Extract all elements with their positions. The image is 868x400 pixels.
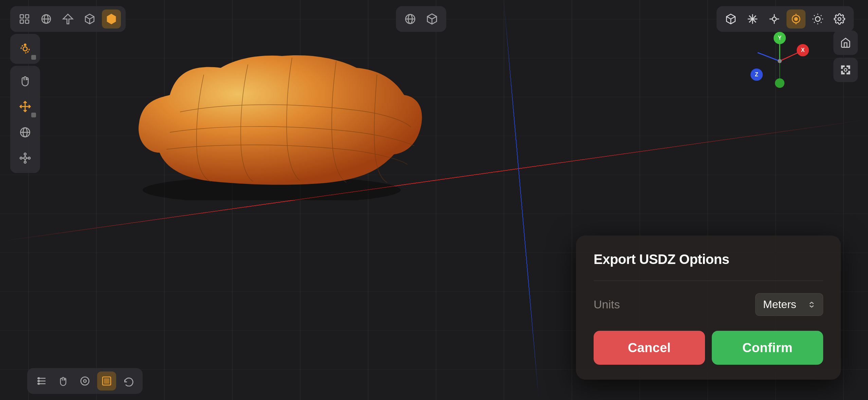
dialog-title: Export USDZ Options (594, 252, 823, 267)
dialog-divider (594, 281, 823, 281)
units-value: Meters (763, 298, 796, 311)
modal-overlay: Export USDZ Options Units Meters Cancel … (0, 0, 868, 400)
export-dialog: Export USDZ Options Units Meters Cancel … (576, 235, 841, 380)
cancel-button[interactable]: Cancel (594, 331, 705, 365)
units-label: Units (594, 298, 620, 311)
dialog-buttons: Cancel Confirm (594, 331, 823, 365)
units-select[interactable]: Meters (755, 293, 823, 316)
units-row: Units Meters (594, 293, 823, 316)
confirm-button[interactable]: Confirm (712, 331, 823, 365)
chevron-updown-icon (808, 301, 815, 308)
